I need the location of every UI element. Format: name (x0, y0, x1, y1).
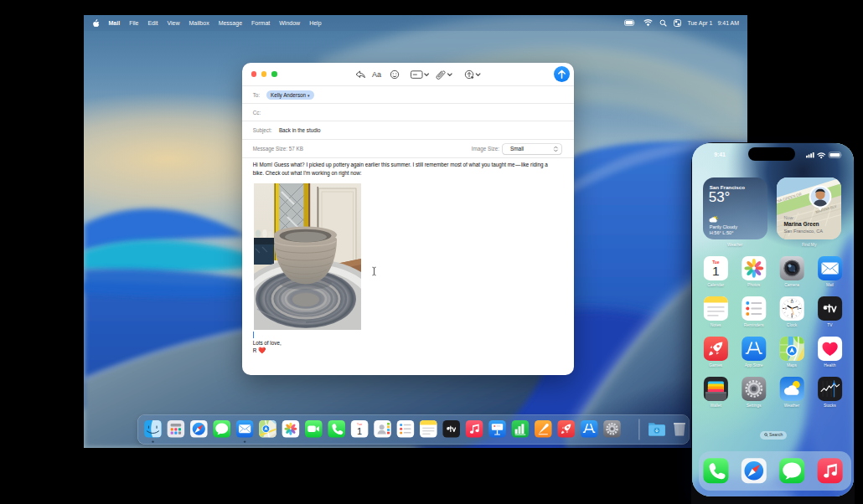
svg-text:9: 9 (785, 307, 787, 311)
svg-text:Aa: Aa (372, 70, 381, 79)
svg-text:12: 12 (790, 301, 793, 305)
svg-text:1: 1 (357, 426, 362, 436)
svg-text:1: 1 (712, 265, 720, 279)
svg-text:6: 6 (791, 313, 793, 316)
svg-text:3: 3 (797, 307, 798, 311)
